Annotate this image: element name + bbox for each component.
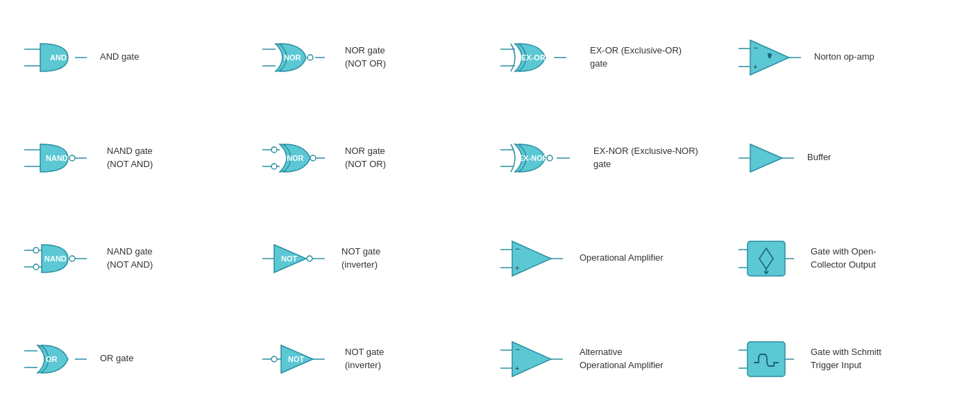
- cell-nor-gate-1: NOR NOR gate(NOT OR): [252, 7, 490, 107]
- exor-gate-label: EX-OR (Exclusive-OR)gate: [590, 44, 682, 69]
- exnor-gate-symbol: EX-NOR: [497, 137, 584, 179]
- not-gate-1-symbol: NOT: [259, 238, 332, 279]
- cell-nand-gate-2: NAND NAND gate(NOT AND): [14, 208, 252, 309]
- svg-point-51: [307, 256, 312, 261]
- svg-text:NOR: NOR: [287, 154, 304, 162]
- svg-point-47: [69, 256, 75, 261]
- alt-op-amp-symbol: − +: [497, 335, 570, 383]
- and-gate-symbol: AND: [21, 37, 90, 78]
- cell-and-gate: AND AND gate: [14, 7, 252, 107]
- norton-op-amp-symbol: − +: [735, 33, 804, 82]
- and-gate-label: AND gate: [100, 51, 139, 63]
- cell-or-gate: OR OR gate: [14, 309, 252, 409]
- exor-gate-symbol: EX-OR: [497, 37, 580, 78]
- svg-text:EX-OR: EX-OR: [521, 53, 546, 62]
- exnor-gate-label: EX-NOR (Exclusive-NOR)gate: [593, 145, 698, 170]
- nand-gate-1-label: NAND gate(NOT AND): [107, 145, 153, 170]
- cell-nor-gate-2: NOR NOR gate(NOT OR): [252, 107, 490, 208]
- cell-schmitt-trigger: Gate with SchmittTrigger Input: [728, 309, 966, 409]
- open-collector-symbol: [735, 234, 801, 283]
- svg-text:+: +: [515, 364, 519, 372]
- svg-point-69: [271, 356, 277, 362]
- svg-text:NAND: NAND: [46, 154, 68, 162]
- nand-gate-2-label: NAND gate(NOT AND): [107, 245, 153, 270]
- cell-nand-gate-1: NAND NAND gate(NOT AND): [14, 107, 252, 208]
- svg-text:−: −: [515, 244, 520, 254]
- not-gate-2-label: NOT gate(inverter): [345, 346, 384, 371]
- or-gate-label: OR gate: [100, 352, 133, 365]
- nand-gate-2-symbol: NAND: [21, 238, 97, 279]
- svg-text:+: +: [753, 62, 757, 71]
- svg-text:EX-NOR: EX-NOR: [518, 154, 548, 162]
- svg-text:AND: AND: [50, 53, 67, 62]
- open-collector-label: Gate with Open-Collector Output: [811, 245, 877, 270]
- svg-point-36: [547, 155, 552, 161]
- norton-op-amp-label: Norton op-amp: [814, 51, 875, 63]
- nor-gate-2-symbol: NOR: [259, 137, 335, 179]
- main-grid: AND AND gate NOR NOR gate(NOT OR): [0, 0, 980, 416]
- svg-text:NOT: NOT: [288, 355, 305, 363]
- cell-open-collector: Gate with Open-Collector Output: [728, 208, 966, 309]
- cell-exor-gate: EX-OR EX-OR (Exclusive-OR)gate: [490, 7, 728, 107]
- buffer-symbol: [735, 137, 797, 179]
- svg-text:NOR: NOR: [284, 53, 301, 62]
- cell-not-gate-2: NOT NOT gate(inverter): [252, 309, 490, 409]
- cell-buffer: Buffer: [728, 107, 966, 208]
- nor-gate-2-label: NOR gate(NOT OR): [345, 145, 386, 170]
- alt-op-amp-label: AlternativeOperational Amplifier: [580, 346, 664, 371]
- cell-norton-op-amp: − + Norton op-amp: [728, 7, 966, 107]
- svg-text:+: +: [515, 263, 519, 272]
- not-gate-1-label: NOT gate(inverter): [341, 245, 380, 270]
- svg-point-25: [271, 147, 277, 153]
- svg-text:NOT: NOT: [281, 254, 298, 263]
- cell-exnor-gate: EX-NOR EX-NOR (Exclusive-NOR)gate: [490, 107, 728, 208]
- cell-alt-op-amp: − + AlternativeOperational Amplifier: [490, 309, 728, 409]
- op-amp-label: Operational Amplifier: [580, 252, 664, 264]
- svg-text:OR: OR: [46, 355, 58, 363]
- svg-point-26: [271, 164, 277, 169]
- cell-not-gate-1: NOT NOT gate(inverter): [252, 208, 490, 309]
- svg-point-8: [307, 55, 313, 60]
- svg-text:−: −: [753, 43, 758, 53]
- svg-text:NAND: NAND: [44, 254, 67, 263]
- nand-gate-1-symbol: NAND: [21, 137, 97, 179]
- not-gate-2-symbol: NOT: [259, 338, 335, 380]
- nor-gate-1-label: NOR gate(NOT OR): [345, 44, 386, 69]
- op-amp-symbol: − +: [497, 234, 570, 283]
- schmitt-trigger-label: Gate with SchmittTrigger Input: [811, 346, 881, 371]
- svg-rect-81: [747, 342, 785, 376]
- schmitt-trigger-symbol: [735, 335, 801, 383]
- buffer-label: Buffer: [807, 151, 831, 164]
- svg-text:−: −: [515, 345, 520, 354]
- cell-op-amp: − + Operational Amplifier: [490, 208, 728, 309]
- svg-point-42: [33, 264, 39, 270]
- or-gate-symbol: OR: [21, 338, 90, 380]
- nor-gate-1-symbol: NOR: [259, 37, 335, 78]
- svg-point-22: [69, 155, 75, 161]
- svg-point-41: [33, 248, 39, 253]
- svg-point-31: [310, 155, 316, 161]
